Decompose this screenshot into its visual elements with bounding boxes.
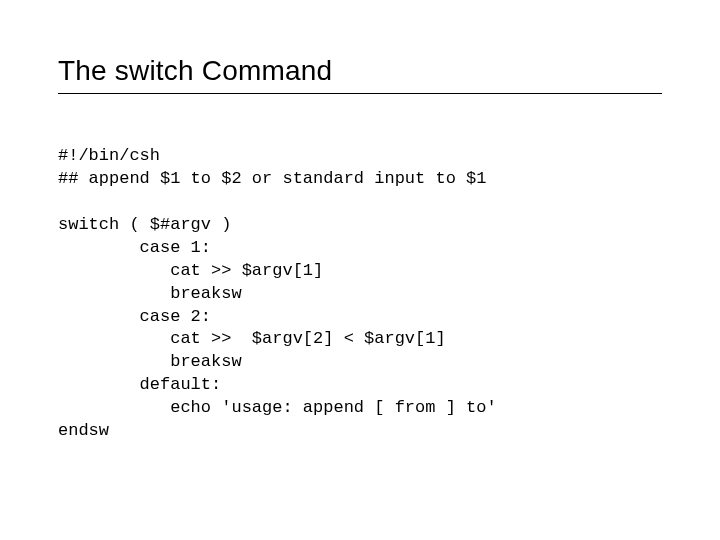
code-line: endsw <box>58 421 109 440</box>
code-line: switch ( $#argv ) <box>58 215 231 234</box>
code-line: default: <box>58 375 221 394</box>
code-line: case 2: <box>58 307 211 326</box>
code-line: breaksw <box>58 284 242 303</box>
slide-title: The switch Command <box>58 55 662 87</box>
title-underline <box>58 93 662 94</box>
slide: The switch Command #!/bin/csh ## append … <box>0 0 720 540</box>
code-line: breaksw <box>58 352 242 371</box>
code-block: #!/bin/csh ## append $1 to $2 or standar… <box>58 122 662 466</box>
code-line: ## append $1 to $2 or standard input to … <box>58 169 486 188</box>
code-line: cat >> $argv[2] < $argv[1] <box>58 329 446 348</box>
code-line: cat >> $argv[1] <box>58 261 323 280</box>
code-line: case 1: <box>58 238 211 257</box>
code-line: echo 'usage: append [ from ] to' <box>58 398 497 417</box>
code-line: #!/bin/csh <box>58 146 160 165</box>
